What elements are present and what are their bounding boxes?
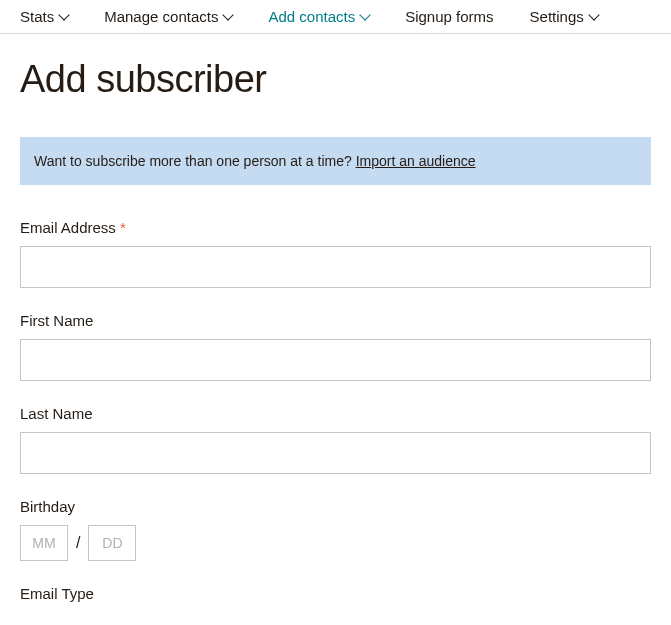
birthday-month-input[interactable] — [20, 525, 68, 561]
email-label-text: Email Address — [20, 219, 116, 236]
nav-add-contacts[interactable]: Add contacts — [268, 8, 369, 25]
nav-add-contacts-label: Add contacts — [268, 8, 355, 25]
birthday-day-input[interactable] — [88, 525, 136, 561]
nav-signup-forms-label: Signup forms — [405, 8, 493, 25]
field-email: Email Address * — [20, 219, 651, 288]
nav-settings-label: Settings — [530, 8, 584, 25]
nav-settings[interactable]: Settings — [530, 8, 598, 25]
field-birthday: Birthday / — [20, 498, 651, 561]
first-name-input[interactable] — [20, 339, 651, 381]
banner-text: Want to subscribe more than one person a… — [34, 153, 356, 169]
field-first-name: First Name — [20, 312, 651, 381]
nav-manage-contacts-label: Manage contacts — [104, 8, 218, 25]
nav-manage-contacts[interactable]: Manage contacts — [104, 8, 232, 25]
nav-stats[interactable]: Stats — [20, 8, 68, 25]
email-type-label: Email Type — [20, 585, 651, 602]
first-name-label: First Name — [20, 312, 651, 329]
email-input[interactable] — [20, 246, 651, 288]
last-name-label: Last Name — [20, 405, 651, 422]
nav-signup-forms[interactable]: Signup forms — [405, 8, 493, 25]
email-label: Email Address * — [20, 219, 651, 236]
birthday-label: Birthday — [20, 498, 651, 515]
page-title: Add subscriber — [20, 58, 651, 101]
main-content: Add subscriber Want to subscribe more th… — [0, 34, 671, 602]
top-nav: Stats Manage contacts Add contacts Signu… — [0, 0, 671, 34]
required-asterisk: * — [120, 219, 126, 236]
birthday-inputs: / — [20, 525, 651, 561]
chevron-down-icon — [223, 9, 234, 20]
import-audience-link[interactable]: Import an audience — [356, 153, 476, 169]
chevron-down-icon — [359, 9, 370, 20]
birthday-separator: / — [76, 534, 80, 552]
field-last-name: Last Name — [20, 405, 651, 474]
field-email-type: Email Type — [20, 585, 651, 602]
chevron-down-icon — [588, 9, 599, 20]
chevron-down-icon — [59, 9, 70, 20]
info-banner: Want to subscribe more than one person a… — [20, 137, 651, 185]
nav-stats-label: Stats — [20, 8, 54, 25]
last-name-input[interactable] — [20, 432, 651, 474]
